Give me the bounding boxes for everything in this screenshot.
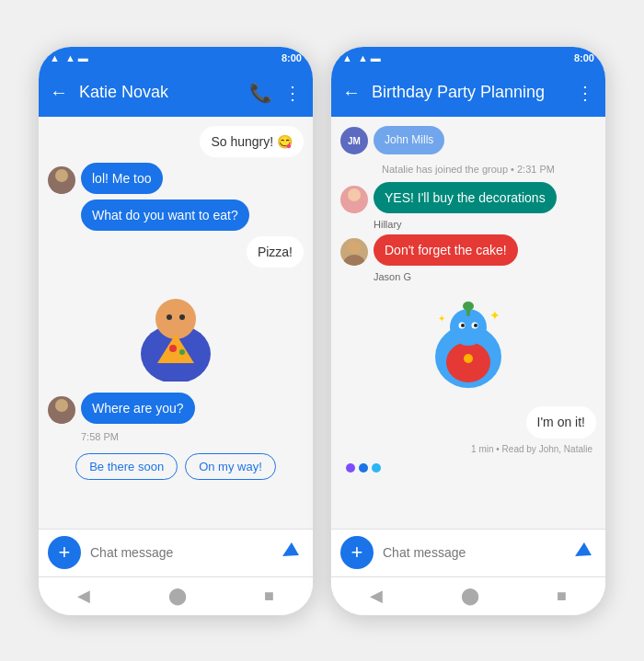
svg-marker-13	[279, 542, 299, 563]
back-button-1[interactable]: ←	[50, 82, 68, 103]
dot-blue2	[372, 463, 381, 473]
nav-bar-2: ◀ ⬤ ■	[331, 576, 605, 615]
pizza-sticker	[125, 280, 226, 382]
system-message: Natalie has joined the group • 2:31 PM	[340, 164, 596, 175]
chat-title-1: Katie Novak	[79, 83, 238, 102]
svg-point-5	[179, 314, 185, 320]
add-button-2[interactable]: +	[340, 536, 374, 569]
battery-icon-2: ▬	[371, 52, 381, 63]
sender-name-hillary: Hillary	[374, 219, 596, 230]
phones-container: ▲ ▲ ▬ 8:00 ← Katie Novak 📞 ⋮ So hungry! …	[38, 46, 606, 616]
add-button-1[interactable]: +	[48, 536, 81, 569]
svg-point-11	[55, 399, 68, 412]
svg-point-23	[461, 324, 465, 327]
svg-point-4	[167, 314, 172, 320]
bubble: Where are you?	[81, 393, 195, 424]
blob-sticker: ✦ ✦	[418, 294, 519, 395]
home-nav-icon-2[interactable]: ⬤	[461, 586, 479, 606]
sender-name-jason: Jason G	[374, 271, 596, 282]
svg-point-14	[348, 188, 361, 201]
time-1: 8:00	[282, 52, 302, 63]
wifi-icon-2: ▲	[358, 52, 368, 63]
message-row: JM John Mills	[340, 126, 596, 155]
call-button-1[interactable]: 📞	[249, 82, 272, 104]
back-button-2[interactable]: ←	[342, 82, 361, 103]
status-bar-1: ▲ ▲ ▬ 8:00	[39, 47, 313, 69]
chat-area-1: So hungry! 😋 lol! Me too What do you wan…	[39, 117, 313, 529]
svg-point-16	[348, 241, 361, 254]
back-nav-icon-1[interactable]: ◀	[77, 586, 90, 606]
bubble: lol! Me too	[81, 163, 163, 194]
chat-input-1[interactable]	[90, 545, 265, 560]
bubble: Don't forget the cake!	[374, 234, 518, 266]
svg-point-17	[343, 255, 365, 266]
message-row: Don't forget the cake!	[340, 234, 596, 266]
read-receipt: 1 min • Read by John, Natalie	[340, 444, 592, 454]
app-bar-1: ← Katie Novak 📞 ⋮	[39, 69, 313, 117]
input-bar-2: +	[331, 529, 605, 576]
svg-point-12	[51, 413, 73, 424]
bubble: YES! I'll buy the decorations	[374, 182, 557, 213]
avatar-natalie	[340, 186, 368, 213]
sticker-area	[48, 280, 304, 382]
svg-point-24	[474, 324, 477, 327]
avatar	[48, 396, 75, 424]
status-icons-2: ▲ ▬	[358, 52, 381, 63]
message-row: I'm on it!	[340, 406, 596, 438]
phone-2: ▲ ▲ ▬ 8:00 ← Birthday Party Planning ⋮ J…	[330, 46, 606, 616]
message-row: lol! Me too	[48, 163, 304, 194]
svg-point-26	[463, 302, 474, 311]
bubble: John Mills	[374, 126, 444, 155]
signal-icon: ▲	[50, 52, 60, 63]
svg-point-3	[155, 299, 196, 339]
message-row: Pizza!	[48, 236, 304, 268]
send-button-2[interactable]	[567, 538, 596, 567]
bubble: Pizza!	[247, 236, 304, 268]
battery-icon: ▬	[78, 52, 88, 63]
wifi-icon: ▲	[65, 52, 75, 63]
message-row: Where are you?	[48, 393, 304, 424]
status-icons-1: ▲ ▬	[65, 52, 88, 63]
avatar-john: JM	[340, 127, 368, 154]
avatar-jason	[340, 238, 368, 266]
bubble: I'm on it!	[526, 406, 596, 438]
dot-purple	[346, 463, 355, 473]
dot-blue	[359, 463, 368, 473]
app-bar-2: ← Birthday Party Planning ⋮	[331, 69, 605, 117]
sticker-area-2: ✦ ✦	[340, 294, 596, 395]
svg-text:✦: ✦	[489, 308, 500, 323]
chat-input-2[interactable]	[383, 545, 558, 560]
group-dots	[346, 463, 596, 473]
svg-point-8	[179, 349, 185, 355]
svg-point-0	[55, 169, 68, 182]
svg-text:✦: ✦	[438, 313, 445, 324]
recent-nav-icon-2[interactable]: ■	[557, 587, 567, 606]
message-row: YES! I'll buy the decorations	[340, 182, 596, 213]
chat-title-2: Birthday Party Planning	[372, 83, 565, 102]
send-button-1[interactable]	[274, 538, 304, 567]
quick-reply-be-there[interactable]: Be there soon	[75, 453, 178, 480]
message-row: What do you want to eat?	[48, 199, 304, 231]
svg-point-7	[169, 345, 177, 352]
bubble: What do you want to eat?	[81, 199, 249, 231]
avatar	[48, 166, 75, 194]
time-2: 8:00	[574, 52, 594, 63]
quick-replies: Be there soon On my way!	[48, 453, 304, 480]
signal-icon-2: ▲	[342, 52, 352, 63]
svg-marker-30	[571, 542, 592, 563]
back-nav-icon-2[interactable]: ◀	[370, 586, 383, 606]
bubble: So hungry! 😋	[200, 126, 304, 157]
more-button-1[interactable]: ⋮	[283, 82, 302, 104]
chat-area-2: JM John Mills Natalie has joined the gro…	[331, 117, 605, 529]
recent-nav-icon-1[interactable]: ■	[264, 587, 274, 606]
more-button-2[interactable]: ⋮	[576, 82, 594, 104]
status-bar-2: ▲ ▲ ▬ 8:00	[331, 47, 605, 69]
quick-reply-on-my-way[interactable]: On my way!	[185, 453, 276, 480]
input-bar-1: +	[39, 529, 313, 576]
nav-bar-1: ◀ ⬤ ■	[39, 576, 313, 615]
home-nav-icon-1[interactable]: ⬤	[168, 586, 187, 606]
timestamp: 7:58 PM	[81, 431, 119, 442]
svg-point-1	[51, 183, 73, 194]
phone-1: ▲ ▲ ▬ 8:00 ← Katie Novak 📞 ⋮ So hungry! …	[38, 46, 314, 616]
message-row: So hungry! 😋	[48, 126, 304, 157]
